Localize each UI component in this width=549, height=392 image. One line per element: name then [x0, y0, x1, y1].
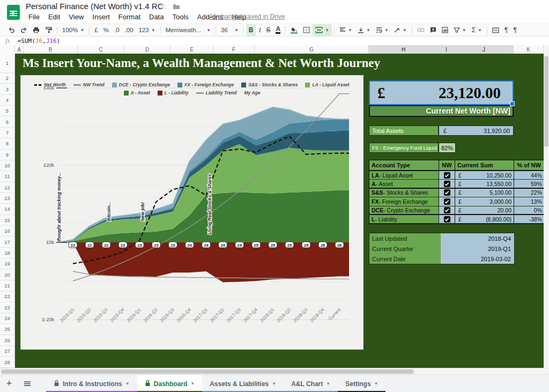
column-header-B[interactable]: B: [24, 45, 78, 54]
menu-format[interactable]: Format: [115, 12, 144, 22]
nw-checkbox[interactable]: [444, 189, 450, 196]
row-header-10[interactable]: 10: [0, 160, 14, 171]
star-icon[interactable]: ☆: [161, 2, 168, 11]
vertical-align-button[interactable]: ▼: [355, 24, 373, 36]
row-header-16[interactable]: 16: [0, 226, 14, 236]
menu-tools[interactable]: Tools: [168, 12, 192, 22]
row-header-23[interactable]: 23: [0, 302, 14, 313]
text-color-button[interactable]: A: [276, 26, 280, 34]
saved-status[interactable]: All changes saved in Drive: [209, 13, 285, 20]
row-header-26[interactable]: 26: [0, 335, 14, 346]
tab-menu-caret[interactable]: ▼: [190, 381, 195, 386]
tab-settings[interactable]: Settings▼: [338, 375, 385, 392]
row-header-20[interactable]: 20: [0, 269, 14, 280]
horizontal-align-button[interactable]: ▼: [337, 24, 355, 36]
account-row-la[interactable]: LA - Liquid Asset£10,250.0044%: [369, 171, 544, 180]
redo-button[interactable]: [18, 24, 30, 36]
insert-comment-button[interactable]: [427, 24, 439, 36]
row-header-27[interactable]: 27: [0, 346, 14, 357]
strikethrough-button[interactable]: S: [263, 24, 273, 36]
formula-text[interactable]: =SUM(J6,J16): [18, 38, 61, 45]
functions-button[interactable]: Σ▼: [469, 24, 485, 36]
account-type-table[interactable]: Account TypeNWCurrent Sum% of NWLA - Liq…: [369, 160, 545, 224]
tab-assets-liabilities[interactable]: Assets & Liabilities▼: [202, 375, 284, 392]
nw-checkbox[interactable]: [444, 198, 450, 205]
row-header-15[interactable]: 15: [0, 215, 14, 226]
column-header-J[interactable]: J: [455, 45, 514, 54]
row-header-6[interactable]: 6: [0, 116, 14, 127]
menu-file[interactable]: File: [25, 12, 43, 22]
menu-data[interactable]: Data: [145, 12, 167, 22]
format-currency-button[interactable]: £: [92, 24, 100, 36]
row-header-25[interactable]: 25: [0, 324, 14, 335]
tab-a-l-chart[interactable]: A&L Chart▼: [284, 375, 338, 392]
row-header-18[interactable]: 18: [0, 248, 14, 258]
tab-menu-caret[interactable]: ▼: [326, 381, 330, 386]
column-header-I[interactable]: I: [439, 45, 455, 54]
decrease-decimals-button[interactable]: .0: [112, 24, 122, 36]
row-header-24[interactable]: 24: [0, 313, 14, 324]
undo-button[interactable]: [5, 24, 18, 36]
row-header-2[interactable]: 2: [0, 73, 14, 84]
print-button[interactable]: [30, 24, 42, 36]
column-header-A[interactable]: A: [15, 45, 24, 54]
dates-block[interactable]: Last Updated2018-Q4Current Quarter2019-Q…: [369, 233, 515, 264]
rtl-paragraph-button[interactable]: ¶: [510, 24, 519, 36]
row-header-11[interactable]: 11: [0, 171, 14, 182]
column-header-C[interactable]: C: [78, 45, 124, 54]
menu-edit[interactable]: Edit: [44, 12, 64, 22]
account-row-a[interactable]: A - Asset£13,550.0059%: [369, 180, 544, 188]
column-header-H[interactable]: H: [369, 45, 439, 54]
column-header-E[interactable]: E: [170, 45, 213, 54]
horizontal-scrollbar-thumb[interactable]: [1, 369, 414, 374]
format-percent-button[interactable]: %: [101, 24, 112, 36]
italic-button[interactable]: I: [256, 24, 263, 36]
more-formats-button[interactable]: 123▼: [136, 24, 158, 36]
total-assets-row[interactable]: Total Assets £ 31,920.00: [369, 125, 514, 136]
row-header-14[interactable]: 14: [0, 204, 14, 215]
account-row-ss[interactable]: S&S - Stocks & Shares£5,100.0022%: [369, 189, 544, 197]
nw-checkbox[interactable]: [444, 207, 450, 213]
text-wrap-button[interactable]: ▼: [373, 24, 391, 36]
input-tools-button[interactable]: [489, 24, 502, 36]
row-header-21[interactable]: 21: [0, 280, 14, 291]
insert-link-button[interactable]: [414, 24, 427, 36]
nw-checkbox[interactable]: [444, 181, 450, 187]
selection-fill-handle[interactable]: [510, 101, 515, 106]
fill-color-button[interactable]: [288, 24, 300, 36]
increase-decimals-button[interactable]: .00: [122, 24, 136, 36]
insert-chart-button[interactable]: [439, 24, 451, 36]
document-title[interactable]: Personal Finance (Net Worth) v1.4 RC: [26, 2, 164, 11]
font-select[interactable]: Merriweath...▼: [163, 24, 213, 36]
net-worth-chart[interactable]: 2222222323232324242424252525252626though…: [20, 75, 363, 350]
row-header-13[interactable]: 13: [0, 193, 14, 204]
current-net-worth-widget[interactable]: £ 23,120.00 Current Net Worth [NW]: [369, 80, 514, 117]
row-header-9[interactable]: 9: [0, 150, 14, 160]
filter-button[interactable]: ▼: [451, 24, 469, 36]
row-header-1[interactable]: 1: [0, 54, 14, 73]
merge-cells-button[interactable]: ▼: [313, 24, 332, 36]
column-header-K[interactable]: K: [514, 45, 544, 54]
account-row-l[interactable]: L - Liability£(8,800.00)-38%: [369, 215, 544, 224]
ltr-paragraph-button[interactable]: ¶: [502, 24, 510, 36]
menu-insert[interactable]: Insert: [88, 12, 114, 22]
borders-button[interactable]: [300, 24, 313, 36]
sheet-canvas[interactable]: Ms Insert Your-Name, a Wealth Management…: [15, 54, 544, 368]
account-row-dce[interactable]: DCE - Crypto Exchange£20.000%: [369, 206, 544, 215]
column-header-F[interactable]: F: [213, 45, 255, 54]
bold-button[interactable]: B: [246, 24, 256, 36]
nw-checkbox[interactable]: [444, 172, 450, 179]
row-header-4[interactable]: 4: [0, 95, 14, 106]
vertical-scrollbar-thumb[interactable]: [544, 56, 548, 147]
account-row-fx[interactable]: FX - Foreign Exchange£3,000.0013%: [369, 197, 544, 206]
row-header-19[interactable]: 19: [0, 258, 14, 269]
tab-intro-instructions[interactable]: Intro & Instructions▼: [46, 375, 137, 392]
formula-bar[interactable]: fx =SUM(J6,J16): [0, 36, 549, 46]
row-header-7[interactable]: 7: [0, 128, 14, 138]
tab-menu-caret[interactable]: ▼: [374, 381, 379, 386]
vertical-scrollbar[interactable]: [544, 45, 549, 368]
tab-menu-caret[interactable]: ▼: [272, 381, 276, 386]
add-sheet-button[interactable]: +: [0, 375, 18, 392]
net-worth-cell[interactable]: £ 23,120.00: [369, 80, 514, 105]
move-folder-icon[interactable]: [173, 3, 180, 10]
